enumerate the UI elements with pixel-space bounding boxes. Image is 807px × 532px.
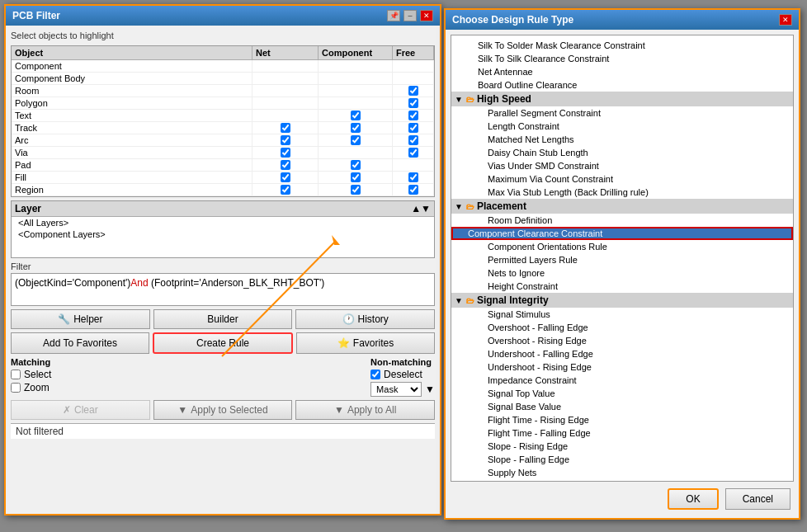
expand-icon: ▼ [455,95,463,104]
tree-item-vias-under-smd[interactable]: Vias Under SMD Constraint [451,159,793,172]
tree-item-parallel-segment[interactable]: Parallel Segment Constraint [451,106,793,120]
filter-section: Filter (ObjectKind='Component')And (Foot… [11,261,435,306]
tree-item-overshoot-falling[interactable]: Overshoot - Falling Edge [451,321,793,334]
tree-item-slope-falling[interactable]: Slope - Falling Edge [451,453,793,466]
table-row: Region [12,184,434,196]
tree-item-signal-base[interactable]: Signal Base Value [451,400,793,413]
arc-component-checkbox[interactable] [351,135,361,145]
track-component-checkbox[interactable] [351,123,361,133]
tree-item-max-via-stub[interactable]: Max Via Stub Length (Back Drilling rule) [451,186,793,199]
minimize-button[interactable]: – [404,10,417,21]
builder-button[interactable]: Builder [153,309,293,329]
tree-item-height-constraint[interactable]: Height Constraint [451,280,793,293]
tree-item-net-antennae[interactable]: Net Antennae [451,65,793,78]
text-free-checkbox[interactable] [408,111,418,120]
filter-text-and: And [130,277,148,289]
tree-item-max-via-count[interactable]: Maximum Via Count Constraint [451,172,793,186]
tree-item-signal-stimulus[interactable]: Signal Stimulus [451,308,793,321]
pad-net-checkbox[interactable] [281,160,290,170]
tree-group-high-speed[interactable]: ▼ 🗁 High Speed [451,92,793,106]
mask-row: Mask Dim Normal ▼ [370,382,435,397]
close-button[interactable]: ✕ [420,10,433,21]
tree-item-component-clearance[interactable]: Component Clearance Constraint [451,227,793,240]
tree-item-flight-falling[interactable]: Flight Time - Falling Edge [451,426,793,440]
add-to-favorites-button[interactable]: Add To Favorites [11,332,149,354]
folder-icon-signal: 🗁 [466,296,474,305]
deselect-checkbox[interactable] [370,370,380,379]
apply-selected-icon: ▼ [177,404,187,416]
create-rule-button[interactable]: Create Rule [153,332,293,354]
track-free-checkbox[interactable] [408,123,418,133]
favorites-button[interactable]: ⭐ Favorites [296,332,435,354]
mask-select[interactable]: Mask Dim Normal [370,382,422,397]
filter-label: Filter [11,261,435,271]
tree-item-undershoot-falling[interactable]: Undershoot - Falling Edge [451,347,793,360]
helper-button[interactable]: 🔧 Helper [11,309,150,329]
tree-item-length-constraint[interactable]: Length Constraint [451,120,793,133]
helper-icon: 🔧 [58,313,70,325]
clear-button[interactable]: ✗ Clear [11,400,150,420]
arc-free-checkbox[interactable] [408,135,418,145]
expand-icon-signal: ▼ [455,296,463,305]
tree-item-flight-rising[interactable]: Flight Time - Rising Edge [451,413,793,426]
tree-group-placement[interactable]: ▼ 🗁 Placement [451,199,793,214]
col-object: Object [12,46,252,59]
table-row: Text [12,110,434,122]
apply-to-selected-button[interactable]: ▼ Apply to Selected [153,400,293,420]
table-row: Pad [12,159,434,172]
table-row: Polygon [12,97,434,110]
filter-text-part2: (Footprint='Anderson_BLK_RHT_BOT') [149,277,325,289]
pcb-filter-titlebar: PCB Filter 📌 – ✕ [6,6,440,26]
tree-item-daisy-chain[interactable]: Daisy Chain Stub Length [451,146,793,159]
region-net-checkbox[interactable] [281,185,290,195]
table-row: Via [12,147,434,159]
select-checkbox[interactable] [11,370,21,379]
arc-net-checkbox[interactable] [281,135,290,145]
apply-to-all-button[interactable]: ▼ Apply to All [295,400,435,420]
tree-item-matched-net[interactable]: Matched Net Lengths [451,133,793,146]
tree-item-impedance[interactable]: Impedance Constraint [451,374,793,387]
rule-tree[interactable]: Silk To Solder Mask Clearance Constraint… [451,35,794,482]
tree-item-component-orientations[interactable]: Component Orientations Rule [451,240,793,253]
via-net-checkbox[interactable] [281,148,290,158]
history-button[interactable]: 🕐 History [295,309,435,329]
zoom-checkbox[interactable] [11,383,21,393]
zoom-check-row: Zoom [11,382,51,393]
pin-button[interactable]: 📌 [387,10,400,21]
filter-box[interactable]: (ObjectKind='Component')And (Footprint='… [11,273,435,306]
text-component-checkbox[interactable] [351,111,361,120]
col-free: Free [393,46,434,59]
layer-item-all[interactable]: <All Layers> [12,217,434,228]
tree-item-board-outline[interactable]: Board Outline Clearance [451,78,793,92]
layer-item-component[interactable]: <Component Layers> [12,228,434,240]
region-component-checkbox[interactable] [351,185,361,195]
polygon-free-checkbox[interactable] [408,98,418,108]
ok-button[interactable]: OK [668,488,718,510]
tree-item-nets-to-ignore[interactable]: Nets to Ignore [451,266,793,280]
tree-item-undershoot-rising[interactable]: Undershoot - Rising Edge [451,360,793,374]
tree-item-permitted-layers[interactable]: Permitted Layers Rule [451,253,793,266]
fill-net-checkbox[interactable] [281,172,290,182]
region-free-checkbox[interactable] [408,185,418,195]
tree-item-overshoot-rising[interactable]: Overshoot - Rising Edge [451,334,793,347]
tree-group-signal-integrity[interactable]: ▼ 🗁 Signal Integrity [451,293,793,308]
rule-close-button[interactable]: ✕ [779,14,792,26]
track-net-checkbox[interactable] [281,123,290,133]
col-component: Component [319,46,393,59]
clear-icon: ✗ [63,404,71,416]
pad-component-checkbox[interactable] [351,160,361,170]
layer-label: Layer [15,203,41,214]
room-free-checkbox[interactable] [408,86,418,96]
tree-item-silk-solder[interactable]: Silk To Solder Mask Clearance Constraint [451,39,793,52]
tree-item-signal-top[interactable]: Signal Top Value [451,387,793,400]
tree-item-supply-nets[interactable]: Supply Nets [451,466,793,479]
tree-item-silk-silk[interactable]: Silk To Silk Clearance Constraint [451,52,793,65]
pcb-filter-title: PCB Filter [12,10,60,21]
cancel-button[interactable]: Cancel [725,488,790,510]
fill-component-checkbox[interactable] [351,172,361,182]
tree-item-room-definition[interactable]: Room Definition [451,214,793,227]
via-free-checkbox[interactable] [408,148,418,158]
rule-titlebar: Choose Design Rule Type ✕ [446,10,799,30]
tree-item-slope-rising[interactable]: Slope - Rising Edge [451,440,793,453]
fill-free-checkbox[interactable] [408,172,418,182]
